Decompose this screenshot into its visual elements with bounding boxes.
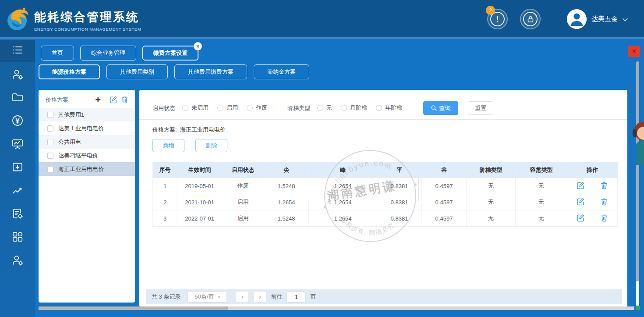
checkbox-icon[interactable]	[47, 166, 53, 172]
ladder-filter-label: 阶梯类型	[287, 104, 310, 112]
delete-row-icon[interactable]	[600, 214, 609, 224]
status-radio-2[interactable]: 作废	[247, 104, 267, 112]
sub-tab-3[interactable]: 滞纳金方案	[254, 64, 309, 79]
radio-label: 未启用	[191, 104, 209, 112]
checkbox-icon[interactable]	[47, 125, 53, 132]
delete-plan-icon[interactable]	[120, 96, 129, 104]
lock-button[interactable]	[520, 9, 541, 29]
table-cell: 1.5248	[264, 178, 309, 194]
delete-row-icon[interactable]	[600, 181, 609, 191]
delete-button[interactable]: 删除	[195, 139, 227, 152]
vertical-scrollbar[interactable]	[636, 61, 639, 306]
column-header: 平	[377, 162, 422, 178]
price-plan-panel: 价格方案 + 其他费用1达美工业用电电价公共用电达美刁继平电价海正工业用电电价	[39, 90, 135, 303]
plan-panel-title: 价格方案	[46, 96, 95, 104]
user-menu[interactable]: 达美五金	[567, 9, 628, 29]
table-cell: 0.4597	[422, 178, 467, 194]
status-radio-0[interactable]: 未启用	[182, 104, 209, 112]
ladder-radio-1[interactable]: 月阶梯	[341, 104, 367, 112]
apps-grid-icon	[11, 230, 24, 245]
app-subtitle: ENERGY CONSUMPTION MANAGEMENT SYSTEM	[34, 27, 141, 32]
table-cell: 1.2654	[309, 210, 377, 227]
sidebar-item-6[interactable]	[0, 179, 35, 203]
sub-tab-0[interactable]: 能源价格方案	[39, 64, 100, 79]
radio-icon	[182, 105, 188, 111]
table-cell: 无	[467, 210, 516, 227]
plan-list-item-4[interactable]: 海正工业用电电价	[39, 162, 135, 176]
nav-tab-1[interactable]: 综合业务管理	[80, 46, 136, 61]
chevron-down-icon	[623, 15, 628, 23]
plan-list-item-3[interactable]: 达美刁继平电价	[39, 149, 135, 162]
search-button[interactable]: 查询	[423, 101, 458, 115]
actions-cell	[567, 210, 618, 227]
sidebar-item-9[interactable]	[0, 249, 35, 272]
checkbox-icon[interactable]	[47, 112, 53, 118]
yen-circle-icon	[11, 114, 24, 129]
plan-item-label: 公共用电	[58, 138, 81, 146]
total-records: 共 3 条记录	[152, 293, 180, 301]
nav-tabs: 首页综合业务管理缴费方案设置×	[41, 46, 198, 61]
sidebar-item-3[interactable]	[0, 110, 35, 133]
page-size-select[interactable]: 50条/页 ▾	[188, 291, 227, 303]
table-cell: 启用	[222, 210, 264, 227]
table-cell: 0.8381	[377, 210, 422, 227]
table-cell: 1.5248	[264, 210, 309, 227]
add-plan-icon[interactable]: +	[95, 96, 101, 104]
nav-tab-label: 首页	[52, 50, 63, 56]
status-radio-1[interactable]: 启用	[217, 104, 238, 112]
add-button[interactable]: 新增	[152, 139, 184, 152]
plan-list-item-0[interactable]: 其他费用1	[39, 108, 135, 121]
notifications-button[interactable]: 2 !	[487, 9, 508, 29]
reset-button[interactable]: 重置	[468, 101, 493, 115]
edit-row-icon[interactable]	[576, 214, 585, 224]
nav-tab-2[interactable]: 缴费方案设置×	[142, 46, 198, 61]
plan-item-label: 达美工业用电电价	[58, 125, 104, 132]
column-header: 序号	[153, 162, 177, 178]
horizontal-scrollbar[interactable]	[39, 306, 634, 310]
edit-row-icon[interactable]	[576, 197, 585, 207]
page-input[interactable]: 1	[287, 292, 306, 303]
avatar	[567, 9, 587, 29]
edit-row-icon[interactable]	[576, 181, 585, 191]
line-chart-icon	[11, 184, 24, 199]
sub-tab-1[interactable]: 其他费用类别	[106, 64, 168, 79]
scrollbar-corner	[636, 306, 640, 310]
mascot-helper[interactable]	[633, 122, 644, 179]
radio-label: 无	[326, 104, 332, 112]
checkbox-icon[interactable]	[47, 153, 53, 159]
close-tab-icon[interactable]: ×	[194, 42, 202, 50]
horizontal-scrollbar-thumb[interactable]	[39, 306, 228, 310]
app-logo-icon	[5, 6, 32, 33]
checkbox-icon[interactable]	[47, 139, 53, 145]
sidebar-item-2[interactable]	[0, 86, 35, 110]
nav-tab-0[interactable]: 首页	[41, 46, 74, 61]
ladder-radio-2[interactable]: 年阶梯	[376, 104, 402, 112]
sidebar-item-5[interactable]	[0, 156, 35, 179]
sidebar-item-8[interactable]	[0, 226, 35, 249]
nav-tab-label: 缴费方案设置	[153, 50, 188, 56]
ladder-radio-0[interactable]: 无	[317, 104, 332, 112]
plan-list-item-2[interactable]: 公共用电	[39, 135, 135, 149]
plan-list-item-1[interactable]: 达美工业用电电价	[39, 121, 135, 135]
filter-row: 启用状态 未启用启用作废 阶梯类型 无月阶梯年阶梯 查询 重置	[139, 90, 627, 115]
plan-detail-value: 海正工业用电电价	[180, 126, 226, 134]
next-page-button[interactable]: ›	[253, 291, 266, 303]
vertical-scrollbar-thumb[interactable]	[636, 281, 639, 306]
sidebar	[0, 40, 35, 317]
table-cell: 无	[467, 194, 516, 210]
delete-row-icon[interactable]	[600, 197, 609, 207]
goto-label: 前往	[271, 293, 282, 301]
sidebar-item-0[interactable]	[0, 40, 35, 62]
radio-icon	[247, 105, 253, 111]
plan-detail-label: 价格方案:	[152, 126, 177, 134]
close-window-button[interactable]: ×	[628, 46, 640, 57]
document-gear-icon	[11, 207, 24, 222]
table-cell: 1	[153, 178, 177, 194]
sidebar-item-7[interactable]	[0, 203, 35, 226]
pagination-bar: 共 3 条记录 50条/页 ▾ ‹ › 前往 1 页	[146, 289, 622, 304]
sidebar-item-4[interactable]	[0, 133, 35, 156]
edit-plan-icon[interactable]	[109, 96, 117, 104]
sub-tab-2[interactable]: 其他费用缴费方案	[174, 64, 247, 79]
prev-page-button[interactable]: ‹	[236, 291, 249, 303]
sidebar-item-1[interactable]	[0, 63, 35, 86]
